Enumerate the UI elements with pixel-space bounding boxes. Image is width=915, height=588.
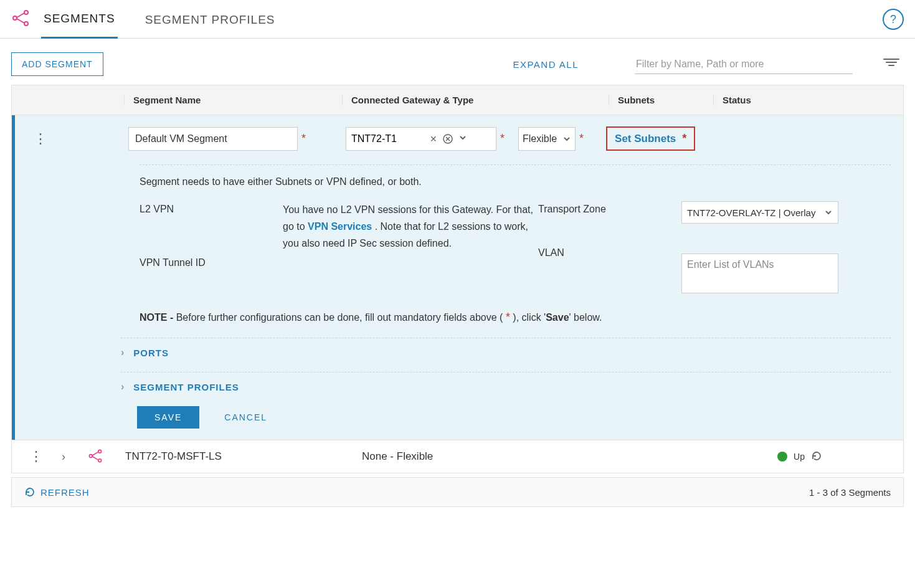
segment-name-input[interactable] [128, 127, 298, 151]
segment-icon [88, 448, 103, 465]
segments-logo-icon [11, 9, 30, 29]
vpn-tunnel-id-label: VPN Tunnel ID [140, 255, 283, 268]
expand-all-link[interactable]: EXPAND ALL [513, 59, 579, 70]
filter-input[interactable] [635, 55, 853, 74]
transport-zone-value: TNT72-OVERLAY-TZ | Overlay [687, 207, 815, 218]
svg-point-9 [98, 458, 102, 462]
refresh-button[interactable]: REFRESH [24, 486, 90, 498]
segment-gateway: None - Flexible [362, 450, 433, 463]
pagination-text: 1 - 3 of 3 Segments [809, 487, 891, 498]
header-connected-gateway: Connected Gateway & Type [342, 95, 609, 105]
svg-point-2 [24, 22, 28, 26]
note-message: NOTE - Before further configurations can… [15, 293, 903, 333]
tab-segments[interactable]: SEGMENTS [41, 0, 118, 39]
required-asterisk-icon: * [496, 132, 505, 145]
chevron-right-icon: › [121, 347, 125, 358]
refresh-status-icon[interactable] [811, 450, 822, 463]
header-subnets: Subnets [609, 95, 713, 105]
gateway-type-select[interactable]: Flexible [518, 127, 576, 151]
ports-accordion[interactable]: › PORTS [15, 338, 903, 367]
l2-vpn-label: L2 VPN [140, 201, 283, 252]
transport-zone-label: Transport Zone [538, 201, 681, 224]
clear-text-icon[interactable]: ✕ [427, 134, 440, 144]
filter-settings-icon[interactable] [883, 57, 900, 69]
help-icon[interactable]: ? [883, 9, 904, 30]
header-status: Status [713, 95, 903, 105]
status-text: Up [794, 452, 805, 462]
svg-point-1 [24, 11, 28, 14]
l2-vpn-value: You have no L2 VPN sessions for this Gat… [283, 201, 538, 252]
required-asterisk-icon: * [576, 132, 584, 145]
svg-point-8 [98, 450, 102, 453]
add-segment-button[interactable]: ADD SEGMENT [11, 52, 103, 76]
vpn-services-link[interactable]: VPN Services [308, 221, 372, 232]
required-asterisk-icon: * [678, 132, 686, 145]
cancel-button[interactable]: CANCEL [224, 412, 267, 422]
svg-point-0 [13, 16, 17, 20]
segment-row: ⋮ › TNT72-T0-MSFT-LS None - Flexible Up [12, 440, 903, 473]
chevron-right-icon: › [121, 381, 125, 392]
svg-point-7 [89, 454, 92, 457]
connected-gateway-combobox[interactable]: ✕ [346, 127, 496, 151]
segment-name: TNT72-T0-MSFT-LS [125, 450, 222, 463]
clear-selection-icon[interactable] [440, 133, 456, 145]
segment-profiles-accordion[interactable]: › SEGMENT PROFILES [15, 372, 903, 401]
expand-row-icon[interactable]: › [62, 450, 65, 463]
row-actions-menu-icon[interactable]: ⋮ [29, 455, 44, 458]
connected-gateway-input[interactable] [346, 128, 427, 149]
vlan-label: VLAN [538, 245, 681, 293]
vlan-input[interactable]: Enter List of VLANs [681, 254, 838, 293]
required-asterisk-icon: * [298, 132, 306, 145]
segment-info-message: Segment needs to have either Subnets or … [15, 165, 903, 192]
status-up-icon [777, 452, 787, 462]
set-subnets-label: Set Subnets [615, 133, 676, 145]
segment-edit-row: ⋮ * ✕ * Flexible [12, 115, 903, 440]
gateway-type-value: Flexible [523, 133, 557, 145]
save-button[interactable]: SAVE [137, 406, 199, 429]
set-subnets-button[interactable]: Set Subnets * [606, 126, 695, 151]
transport-zone-select[interactable]: TNT72-OVERLAY-TZ | Overlay [681, 201, 838, 224]
tab-segment-profiles[interactable]: SEGMENT PROFILES [143, 1, 278, 38]
header-segment-name: Segment Name [124, 95, 342, 105]
chevron-down-icon[interactable] [456, 133, 470, 144]
row-actions-menu-icon[interactable]: ⋮ [34, 137, 49, 141]
